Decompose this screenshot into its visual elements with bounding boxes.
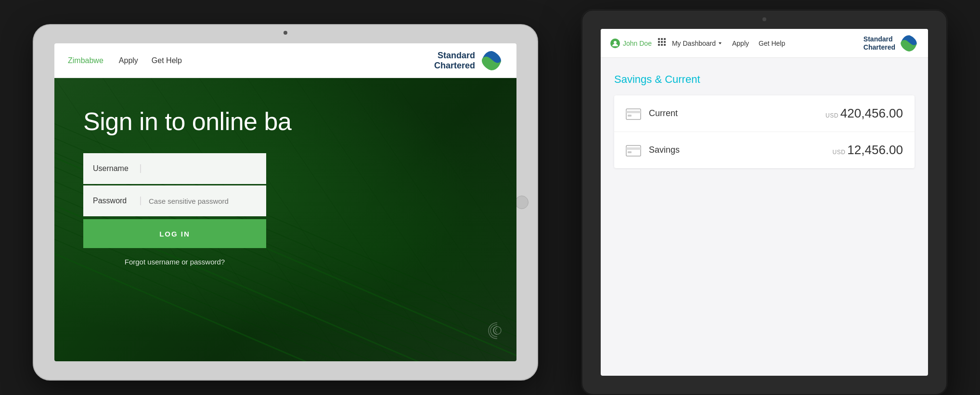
svg-rect-36 <box>626 147 641 150</box>
front-navbar: John Doe My D <box>601 29 928 58</box>
username-label: Username <box>83 164 141 173</box>
svg-rect-32 <box>626 109 641 119</box>
savings-currency: USD <box>832 149 845 156</box>
svg-rect-25 <box>664 38 666 40</box>
dashboard-menu[interactable]: My Dashboard <box>672 40 722 47</box>
front-tablet: John Doe My D <box>581 10 947 395</box>
svg-rect-24 <box>661 38 663 40</box>
back-hero: Sign in to online ba Username Password L… <box>54 78 516 361</box>
current-account-icon <box>626 107 641 120</box>
sc-logo-text-front: Standard Chartered <box>864 35 895 52</box>
password-input[interactable] <box>141 197 266 205</box>
current-account-name: Current <box>649 108 825 118</box>
svg-rect-37 <box>628 151 632 153</box>
location-label[interactable]: Zimbabwe <box>68 56 103 65</box>
svg-rect-29 <box>658 44 660 46</box>
username-input[interactable] <box>141 165 266 173</box>
current-amount: 420,456.00 <box>840 106 903 121</box>
grid-icon[interactable] <box>658 38 666 49</box>
savings-account-balance: USD 12,456.00 <box>832 143 903 158</box>
svg-rect-35 <box>626 145 641 156</box>
sc-logo-back: Standard Chartered <box>434 49 503 72</box>
apply-link-front[interactable]: Apply <box>732 40 749 47</box>
username-field-container: Username <box>83 153 266 184</box>
login-button[interactable]: LOG IN <box>83 219 266 248</box>
svg-point-22 <box>614 41 617 44</box>
password-label: Password <box>83 197 141 205</box>
forgot-link[interactable]: Forgot username or password? <box>83 258 266 266</box>
user-info[interactable]: John Doe <box>610 39 652 48</box>
savings-account-icon <box>626 144 641 157</box>
svg-rect-26 <box>658 41 660 43</box>
get-help-link-back[interactable]: Get Help <box>152 56 182 65</box>
sc-logo-icon-front <box>899 34 918 53</box>
svg-rect-31 <box>664 44 666 46</box>
apply-link-back[interactable]: Apply <box>119 56 138 65</box>
tablet-back-home-button[interactable] <box>515 196 529 209</box>
back-navbar-logo: Standard Chartered <box>434 49 503 72</box>
tablet-front-camera <box>762 17 766 21</box>
hero-content: Sign in to online ba Username Password L… <box>54 78 516 285</box>
login-form: Username Password LOG IN Forgot username… <box>83 153 266 266</box>
hero-title: Sign in to online ba <box>83 107 488 136</box>
section-title: Savings & Current <box>614 73 915 86</box>
svg-rect-34 <box>628 115 632 117</box>
front-content: Savings & Current Current USD 420,456.00 <box>601 58 928 376</box>
front-tablet-screen: John Doe My D <box>601 29 928 376</box>
tablet-back-camera <box>284 31 287 35</box>
back-navbar: Zimbabwe Apply Get Help Standard Charter… <box>54 43 516 78</box>
sc-logo-text-back: Standard Chartered <box>434 51 475 70</box>
current-currency: USD <box>825 112 838 119</box>
svg-rect-23 <box>658 38 660 40</box>
back-tablet-screen: Zimbabwe Apply Get Help Standard Charter… <box>54 43 516 361</box>
account-item-current[interactable]: Current USD 420,456.00 <box>614 95 915 132</box>
svg-rect-33 <box>626 111 641 113</box>
user-avatar-icon <box>610 39 620 48</box>
scene: Zimbabwe Apply Get Help Standard Charter… <box>33 10 947 385</box>
password-field-container: Password <box>83 185 266 216</box>
dashboard-label: My Dashboard <box>672 40 716 47</box>
svg-rect-28 <box>664 41 666 43</box>
current-account-balance: USD 420,456.00 <box>825 106 903 121</box>
accounts-list: Current USD 420,456.00 Saving <box>614 95 915 168</box>
svg-rect-27 <box>661 41 663 43</box>
account-item-savings[interactable]: Savings USD 12,456.00 <box>614 132 915 168</box>
back-tablet: Zimbabwe Apply Get Help Standard Charter… <box>33 24 538 381</box>
sc-logo-icon-back <box>480 49 503 72</box>
svg-rect-30 <box>661 44 663 46</box>
savings-account-name: Savings <box>649 145 832 155</box>
savings-amount: 12,456.00 <box>847 143 903 158</box>
fingerprint-icon <box>488 321 507 342</box>
user-name: John Doe <box>623 40 652 47</box>
get-help-link-front[interactable]: Get Help <box>759 40 785 47</box>
front-navbar-logo: Standard Chartered <box>864 34 918 53</box>
